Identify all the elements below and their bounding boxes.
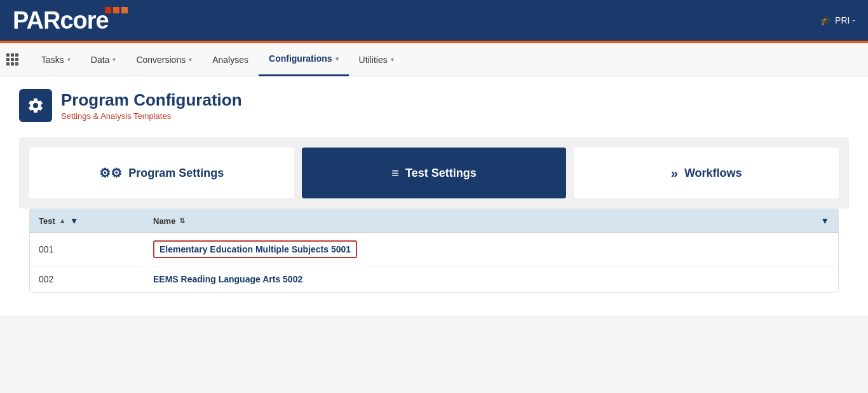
- nav-item-configurations[interactable]: Configurations ▾: [259, 43, 349, 76]
- app-header: PARcore 🎓 PRI -: [0, 0, 868, 43]
- tab-container: ⚙⚙ Program Settings ≡ Test Settings » Wo…: [19, 137, 849, 209]
- settings-icon: ⚙⚙: [99, 165, 122, 181]
- nav-item-utilities[interactable]: Utilities ▾: [349, 43, 404, 76]
- tab-program-settings-label: Program Settings: [128, 167, 224, 180]
- nav-conversions-label: Conversions: [136, 55, 186, 65]
- name-column-label: Name: [153, 216, 175, 226]
- chevron-down-icon: ▾: [112, 56, 116, 63]
- user-label: PRI -: [835, 15, 855, 25]
- row-name-002[interactable]: EEMS Reading Language Arts 5002: [153, 274, 829, 284]
- logo-square-2: [113, 7, 119, 13]
- page-title: Program Configuration: [61, 90, 242, 110]
- tab-workflows[interactable]: » Workflows: [574, 148, 839, 198]
- page-icon-box: [19, 89, 52, 122]
- test-column-label: Test: [39, 216, 55, 226]
- tab-test-settings[interactable]: ≡ Test Settings: [302, 148, 567, 198]
- page-area: Program Configuration Settings & Analysi…: [0, 76, 868, 315]
- logo-square-1: [105, 7, 111, 13]
- tab-program-settings[interactable]: ⚙⚙ Program Settings: [29, 148, 294, 198]
- header-user-area[interactable]: 🎓 PRI -: [820, 15, 855, 25]
- table-header: Test ▲ ▼ Name ⇅ ▼: [30, 209, 838, 233]
- sort-icon[interactable]: ⇅: [179, 217, 185, 225]
- graduation-cap-icon: 🎓: [820, 15, 831, 25]
- grid-menu-icon[interactable]: [6, 53, 18, 66]
- nav-tasks-label: Tasks: [41, 55, 64, 65]
- table-row: 001 Elementary Education Multiple Subjec…: [30, 233, 838, 266]
- page-title-group: Program Configuration Settings & Analysi…: [61, 90, 242, 121]
- chevron-down-icon: ▾: [67, 56, 71, 63]
- nav-bar: Tasks ▾ Data ▾ Conversions ▾ Analyses Co…: [0, 43, 868, 76]
- test-settings-table: Test ▲ ▼ Name ⇅ ▼ 001 Elementary Educati…: [29, 209, 839, 293]
- logo-text: PARcore: [13, 7, 109, 34]
- chevron-down-icon: ▾: [189, 56, 192, 63]
- chevron-right-icon: »: [671, 166, 678, 181]
- list-icon: ≡: [391, 166, 399, 181]
- logo-square-3: [121, 7, 128, 13]
- chevron-down-icon: ▾: [336, 55, 339, 62]
- row-link-002[interactable]: EEMS Reading Language Arts 5002: [153, 274, 302, 284]
- logo-squares: [105, 7, 128, 13]
- filter-icon[interactable]: ▼: [70, 216, 79, 226]
- chevron-down-icon: ▾: [391, 56, 394, 63]
- nav-item-analyses[interactable]: Analyses: [202, 43, 259, 76]
- tab-workflows-label: Workflows: [684, 167, 742, 180]
- logo: PARcore: [13, 7, 109, 34]
- row-name-001[interactable]: Elementary Education Multiple Subjects 5…: [153, 240, 829, 258]
- nav-item-data[interactable]: Data ▾: [81, 43, 126, 76]
- filter-icon[interactable]: ▼: [820, 216, 829, 226]
- col-header-test: Test ▲ ▼: [39, 216, 153, 226]
- row-test-002: 002: [39, 274, 153, 284]
- nav-configurations-label: Configurations: [269, 53, 332, 64]
- page-header: Program Configuration Settings & Analysi…: [19, 89, 849, 122]
- gear-icon: [27, 97, 44, 114]
- nav-item-tasks[interactable]: Tasks ▾: [31, 43, 81, 76]
- page-subtitle: Settings & Analysis Templates: [61, 111, 242, 121]
- row-link-001[interactable]: Elementary Education Multiple Subjects 5…: [153, 240, 357, 258]
- row-test-001: 001: [39, 244, 153, 254]
- tab-test-settings-label: Test Settings: [405, 167, 477, 180]
- nav-item-conversions[interactable]: Conversions ▾: [126, 43, 202, 76]
- nav-data-label: Data: [91, 55, 110, 65]
- sort-icon[interactable]: ▲: [59, 217, 66, 224]
- table-row: 002 EEMS Reading Language Arts 5002: [30, 266, 838, 292]
- col-header-name: Name ⇅ ▼: [153, 216, 829, 226]
- nav-utilities-label: Utilities: [359, 55, 388, 65]
- nav-analyses-label: Analyses: [212, 55, 248, 65]
